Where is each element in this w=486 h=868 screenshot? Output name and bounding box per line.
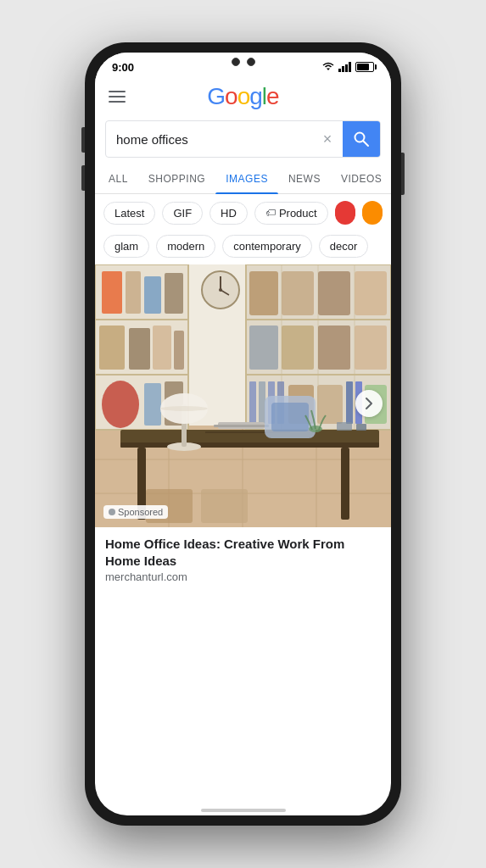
screen: 9:00 bbox=[95, 53, 391, 815]
hamburger-menu[interactable] bbox=[109, 91, 126, 103]
wifi-icon bbox=[321, 62, 335, 72]
volume-button-down bbox=[81, 165, 85, 191]
svg-rect-47 bbox=[346, 381, 353, 424]
filter-latest[interactable]: Latest bbox=[103, 202, 155, 225]
camera-dot-right bbox=[247, 58, 255, 66]
svg-rect-46 bbox=[317, 385, 343, 424]
svg-rect-66 bbox=[271, 403, 309, 431]
camera-dot-left bbox=[232, 58, 240, 66]
svg-rect-40 bbox=[355, 326, 387, 370]
filter-color-red[interactable] bbox=[335, 201, 355, 225]
filter-color-orange[interactable] bbox=[362, 201, 383, 225]
svg-rect-1 bbox=[342, 66, 344, 72]
battery-icon bbox=[355, 62, 374, 72]
camera-area bbox=[232, 58, 255, 66]
status-time: 9:00 bbox=[112, 61, 134, 74]
svg-line-5 bbox=[364, 142, 369, 147]
search-icon bbox=[353, 131, 370, 147]
svg-rect-3 bbox=[349, 62, 351, 72]
google-header: Google bbox=[95, 76, 391, 114]
next-arrow-button[interactable] bbox=[355, 390, 383, 417]
search-query-text: home offices bbox=[116, 132, 302, 147]
svg-rect-57 bbox=[341, 448, 349, 520]
svg-rect-55 bbox=[120, 442, 379, 448]
svg-rect-25 bbox=[144, 383, 161, 426]
svg-rect-68 bbox=[337, 422, 352, 431]
svg-rect-42 bbox=[259, 381, 265, 424]
chevron-right-icon bbox=[362, 397, 376, 410]
svg-rect-2 bbox=[345, 64, 348, 72]
tab-news[interactable]: NEWS bbox=[278, 164, 331, 193]
svg-rect-16 bbox=[102, 271, 122, 314]
svg-rect-18 bbox=[144, 276, 161, 314]
svg-rect-71 bbox=[201, 489, 248, 523]
svg-point-62 bbox=[160, 406, 208, 411]
tag-icon: 🏷 bbox=[265, 207, 276, 219]
svg-rect-19 bbox=[165, 273, 183, 314]
tab-bar: ALL SHOPPING IMAGES NEWS VIDEOS bbox=[95, 164, 391, 194]
image-result[interactable]: Sponsored Home Office Ideas: Creative Wo… bbox=[95, 264, 391, 593]
svg-rect-21 bbox=[129, 328, 150, 370]
svg-rect-36 bbox=[355, 271, 387, 315]
filter-contemporary[interactable]: contemporary bbox=[222, 235, 311, 258]
svg-rect-0 bbox=[338, 69, 341, 72]
tab-videos[interactable]: VIDEOS bbox=[331, 164, 391, 193]
filter-decor[interactable]: decor bbox=[319, 235, 369, 258]
filter-row-2: glam modern contemporary decor bbox=[95, 231, 391, 264]
tab-images[interactable]: IMAGES bbox=[215, 164, 278, 193]
phone-frame: 9:00 bbox=[85, 42, 401, 826]
search-bar-wrap: home offices × bbox=[95, 114, 391, 164]
result-info[interactable]: Home Office Ideas: Creative Work From Ho… bbox=[95, 527, 391, 593]
search-bar: home offices × bbox=[105, 120, 381, 158]
filter-glam[interactable]: glam bbox=[103, 235, 149, 258]
sponsored-label: Sponsored bbox=[118, 507, 163, 517]
svg-rect-22 bbox=[153, 326, 171, 370]
result-image: Sponsored bbox=[95, 264, 391, 527]
svg-rect-33 bbox=[249, 271, 278, 315]
svg-rect-37 bbox=[249, 326, 278, 370]
svg-rect-39 bbox=[318, 326, 350, 370]
result-url: merchanturl.com bbox=[105, 570, 381, 583]
filter-modern[interactable]: modern bbox=[156, 235, 215, 258]
filter-hd[interactable]: HD bbox=[209, 202, 248, 225]
battery-fill bbox=[357, 64, 369, 70]
office-illustration bbox=[95, 264, 391, 527]
status-icons bbox=[321, 62, 374, 72]
result-title: Home Office Ideas: Creative Work From Ho… bbox=[105, 536, 381, 569]
search-input-area[interactable]: home offices bbox=[106, 132, 312, 147]
tab-all[interactable]: ALL bbox=[98, 164, 138, 193]
filter-gif[interactable]: GIF bbox=[162, 202, 203, 225]
svg-rect-20 bbox=[99, 326, 125, 370]
signal-icon bbox=[338, 62, 352, 72]
sponsored-badge: Sponsored bbox=[103, 505, 168, 519]
home-indicator bbox=[201, 809, 286, 812]
svg-rect-23 bbox=[174, 331, 184, 370]
svg-rect-38 bbox=[282, 326, 314, 370]
volume-button-up bbox=[81, 127, 85, 153]
svg-rect-64 bbox=[214, 425, 269, 427]
svg-rect-41 bbox=[249, 381, 256, 424]
power-button bbox=[401, 153, 405, 195]
svg-point-24 bbox=[102, 381, 139, 428]
search-button[interactable] bbox=[343, 120, 380, 158]
svg-rect-35 bbox=[318, 271, 350, 315]
clear-button[interactable]: × bbox=[312, 120, 343, 158]
tab-shopping[interactable]: SHOPPING bbox=[138, 164, 215, 193]
svg-rect-69 bbox=[356, 424, 366, 431]
svg-rect-17 bbox=[126, 271, 141, 314]
filter-product[interactable]: 🏷 Product bbox=[254, 202, 328, 225]
google-logo: Google bbox=[207, 83, 278, 110]
svg-rect-34 bbox=[282, 271, 314, 315]
filter-row-1: Latest GIF HD 🏷 Product bbox=[95, 194, 391, 231]
